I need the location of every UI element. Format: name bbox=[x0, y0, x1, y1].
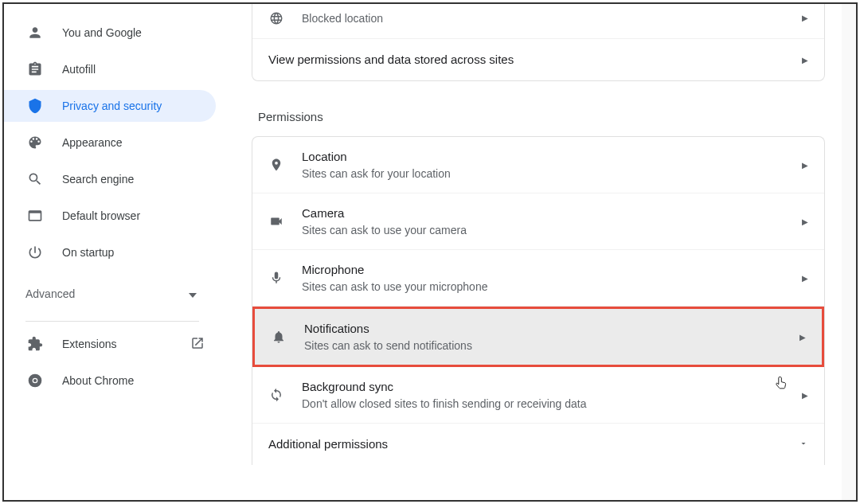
bell-icon bbox=[271, 329, 287, 345]
permissions-card: Location Sites can ask for your location… bbox=[252, 136, 825, 465]
additional-permissions-row[interactable]: Additional permissions bbox=[252, 424, 824, 465]
cursor-pointer-icon bbox=[774, 376, 788, 395]
person-icon bbox=[25, 23, 45, 42]
search-icon bbox=[25, 170, 45, 189]
chevron-right-icon: ▶ bbox=[802, 56, 808, 64]
recent-activity-card: Blocked location ▶ View permissions and … bbox=[252, 4, 825, 81]
chrome-logo-icon bbox=[25, 371, 45, 390]
view-permissions-row[interactable]: View permissions and data stored across … bbox=[252, 39, 824, 80]
settings-main-content: Blocked location ▶ View permissions and … bbox=[221, 4, 856, 500]
row-title: View permissions and data stored across … bbox=[268, 51, 796, 68]
row-title: Microphone bbox=[302, 261, 796, 279]
sidebar-item-extensions[interactable]: Extensions bbox=[4, 328, 221, 360]
sidebar-item-label: Appearance bbox=[62, 136, 123, 149]
row-title: Background sync bbox=[302, 378, 796, 396]
sidebar-item-default-browser[interactable]: Default browser bbox=[4, 200, 221, 232]
row-title: Camera bbox=[302, 205, 796, 222]
row-subtitle: Sites can ask to use your microphone bbox=[302, 279, 796, 295]
settings-sidebar: You and Google Autofill Privacy and secu… bbox=[4, 4, 221, 500]
sidebar-advanced-toggle[interactable]: Advanced bbox=[4, 273, 221, 315]
permission-location[interactable]: Location Sites can ask for your location… bbox=[252, 137, 824, 193]
open-in-new-icon bbox=[190, 336, 205, 353]
sidebar-item-privacy-security[interactable]: Privacy and security bbox=[4, 90, 216, 122]
sidebar-item-label: Autofill bbox=[62, 63, 96, 76]
advanced-label: Advanced bbox=[25, 287, 75, 300]
sidebar-item-label: Extensions bbox=[62, 338, 116, 350]
chevron-right-icon: ▶ bbox=[802, 274, 808, 283]
svg-point-2 bbox=[33, 379, 37, 382]
browser-window-icon bbox=[25, 206, 45, 225]
permissions-header: Permissions bbox=[252, 94, 825, 136]
sidebar-item-label: You and Google bbox=[62, 26, 142, 39]
globe-icon bbox=[268, 10, 284, 26]
permission-camera[interactable]: Camera Sites can ask to use your camera … bbox=[252, 193, 824, 250]
chevron-right-icon: ▶ bbox=[802, 391, 808, 400]
permission-background-sync[interactable]: Background sync Don't allow closed sites… bbox=[252, 367, 824, 424]
caret-down-icon bbox=[189, 287, 197, 300]
microphone-icon bbox=[268, 270, 284, 286]
location-pin-icon bbox=[268, 157, 284, 173]
sidebar-item-label: Default browser bbox=[62, 209, 140, 222]
sidebar-item-autofill[interactable]: Autofill bbox=[4, 53, 221, 85]
clipboard-icon bbox=[25, 60, 45, 79]
row-subtitle: Blocked location bbox=[302, 10, 796, 26]
sidebar-divider bbox=[25, 321, 199, 322]
chevron-right-icon: ▶ bbox=[802, 161, 808, 170]
extension-icon bbox=[25, 334, 45, 354]
palette-icon bbox=[25, 133, 45, 152]
sync-icon bbox=[268, 387, 284, 403]
camera-icon bbox=[268, 213, 284, 229]
power-icon bbox=[25, 243, 45, 262]
sidebar-item-label: On startup bbox=[62, 246, 114, 259]
sidebar-item-you-and-google[interactable]: You and Google bbox=[4, 17, 221, 49]
sidebar-item-on-startup[interactable]: On startup bbox=[4, 236, 221, 268]
permission-microphone[interactable]: Microphone Sites can ask to use your mic… bbox=[252, 250, 824, 307]
chevron-right-icon: ▶ bbox=[802, 14, 808, 22]
row-subtitle: Sites can ask to use your camera bbox=[302, 222, 796, 238]
row-title: Location bbox=[302, 148, 796, 166]
chevron-right-icon: ▶ bbox=[799, 333, 806, 342]
sidebar-item-about-chrome[interactable]: About Chrome bbox=[4, 365, 221, 397]
site-activity-row[interactable]: Blocked location ▶ bbox=[252, 4, 824, 39]
chevron-down-icon bbox=[799, 437, 808, 451]
row-title: Additional permissions bbox=[268, 436, 799, 453]
sidebar-item-label: Privacy and security bbox=[62, 100, 162, 112]
row-subtitle: Don't allow closed sites to finish sendi… bbox=[302, 396, 796, 412]
scrollbar[interactable] bbox=[842, 4, 856, 500]
row-title: Notifications bbox=[304, 320, 793, 338]
chevron-right-icon: ▶ bbox=[802, 217, 808, 226]
row-subtitle: Sites can ask for your location bbox=[302, 166, 796, 182]
shield-icon bbox=[25, 96, 45, 115]
row-subtitle: Sites can ask to send notifications bbox=[304, 338, 793, 354]
sidebar-item-appearance[interactable]: Appearance bbox=[4, 127, 221, 158]
sidebar-item-label: Search engine bbox=[62, 173, 134, 186]
sidebar-item-search-engine[interactable]: Search engine bbox=[4, 163, 221, 195]
sidebar-item-label: About Chrome bbox=[62, 374, 134, 387]
permission-notifications[interactable]: Notifications Sites can ask to send noti… bbox=[252, 307, 824, 367]
